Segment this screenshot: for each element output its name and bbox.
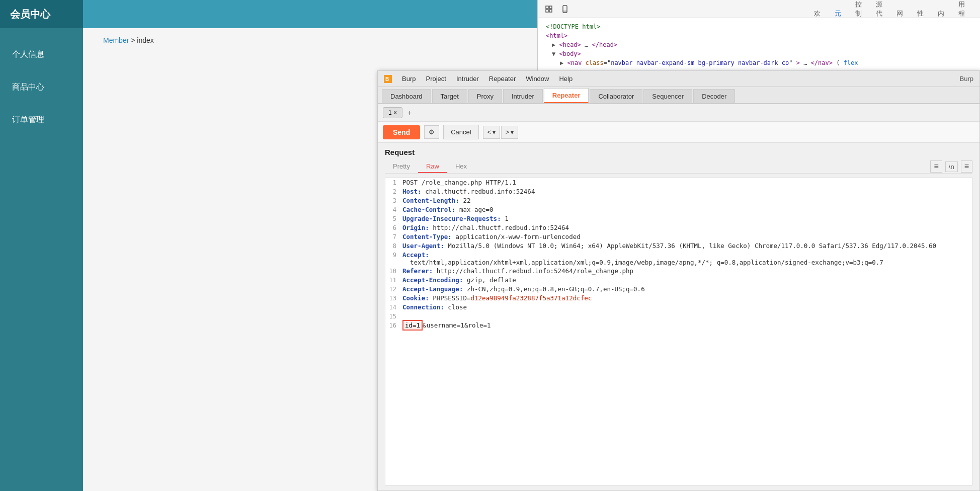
- burp-menu-intruder[interactable]: Intruder: [451, 73, 484, 85]
- svg-rect-12: [546, 10, 548, 12]
- html-body[interactable]: ▼ <body>: [544, 49, 974, 58]
- burp-menu-help[interactable]: Help: [554, 73, 578, 85]
- svg-rect-13: [549, 10, 552, 12]
- sidebar-item-products[interactable]: 商品中心: [0, 71, 83, 104]
- request-line-12: 12 Accept-Language: zh-CN,zh;q=0.9,en;q=…: [385, 285, 972, 294]
- burp-menu-window[interactable]: Window: [521, 73, 554, 85]
- request-line-16: 16 id=1&username=1&role=1: [385, 321, 972, 330]
- nav-back-button[interactable]: < ▾: [483, 126, 500, 139]
- breadcrumb-separator: >: [131, 36, 137, 44]
- burp-titlebar: B Burp Project Intruder Repeater Window …: [378, 71, 979, 87]
- request-line-3: 3 Content-Length: 22: [385, 196, 972, 205]
- mini-tabs: 1 × +: [383, 107, 416, 118]
- burp-logo: B: [384, 75, 392, 83]
- sidebar-title: 会员中心: [0, 0, 83, 28]
- request-title: Request: [385, 148, 972, 156]
- request-line-13: 13 Cookie: PHPSESSID=d12ea98949fa232887f…: [385, 294, 972, 303]
- nav-buttons: < ▾ > ▾: [483, 126, 519, 139]
- add-tab-button[interactable]: +: [403, 107, 416, 118]
- sidebar: 会员中心 个人信息 商品中心 订单管理: [0, 0, 83, 491]
- burp-tab-intruder[interactable]: Intruder: [503, 89, 543, 103]
- send-button[interactable]: Send: [383, 125, 420, 139]
- request-line-11: 11 Accept-Encoding: gzip, deflate: [385, 276, 972, 285]
- devtools-inspect-icon[interactable]: [542, 2, 556, 16]
- request-actions: ≡ \n ≡: [930, 160, 972, 173]
- format-pretty[interactable]: Pretty: [385, 160, 418, 173]
- burp-tabs: Dashboard Target Proxy Intruder Repeater…: [378, 87, 979, 104]
- burp-tab-target[interactable]: Target: [432, 89, 467, 103]
- breadcrumb-parent[interactable]: Member: [103, 36, 129, 44]
- svg-rect-14: [563, 6, 567, 13]
- repeater-toolbar: 1 × +: [378, 104, 979, 122]
- sidebar-nav: 个人信息 商品中心 订单管理: [0, 28, 83, 136]
- burp-menu-burp[interactable]: Burp: [397, 73, 421, 85]
- nav-forward-button[interactable]: > ▾: [501, 126, 518, 139]
- request-line-14: 14 Connection: close: [385, 303, 972, 312]
- burp-menubar: Burp Project Intruder Repeater Window He…: [397, 72, 955, 86]
- svg-text:B: B: [385, 76, 389, 82]
- devtools-toolbar: 欢迎 元素 控制台 源代码 网络 性能 内存 应用程序: [538, 0, 980, 18]
- burp-menu-project[interactable]: Project: [421, 73, 451, 85]
- send-toolbar: Send ⚙ Cancel < ▾ > ▾: [378, 122, 979, 143]
- burp-menu-repeater[interactable]: Repeater: [484, 73, 521, 85]
- mini-tab-1[interactable]: 1 ×: [383, 107, 402, 118]
- breadcrumb-current: index: [137, 36, 153, 44]
- html-head[interactable]: ▶ <head> … </head>: [544, 40, 974, 49]
- request-line-5: 5 Upgrade-Insecure-Requests: 1: [385, 214, 972, 223]
- word-wrap-icon[interactable]: ≡: [930, 160, 942, 173]
- settings-button[interactable]: ⚙: [424, 125, 439, 139]
- request-line-6: 6 Origin: http://chal.thuctf.redbud.info…: [385, 223, 972, 232]
- format-tabs: Pretty Raw Hex ≡ \n ≡: [385, 160, 972, 174]
- burp-tab-collaborator[interactable]: Collaborator: [590, 89, 642, 103]
- cancel-button[interactable]: Cancel: [443, 125, 478, 139]
- request-line-10: 10 Referer: http://chal.thuctf.redbud.in…: [385, 267, 972, 276]
- html-doctype: <!DOCTYPE html>: [544, 22, 974, 31]
- svg-rect-11: [549, 6, 552, 9]
- format-raw[interactable]: Raw: [418, 160, 447, 173]
- svg-rect-10: [546, 6, 548, 9]
- burp-title-right: Burp: [960, 75, 973, 83]
- sidebar-item-personal[interactable]: 个人信息: [0, 38, 83, 71]
- request-line-15: 15: [385, 312, 972, 321]
- devtools-mobile-icon[interactable]: [558, 2, 572, 16]
- burp-tab-dashboard[interactable]: Dashboard: [382, 89, 431, 103]
- request-line-2: 2 Host: chal.thuctf.redbud.info:52464: [385, 187, 972, 196]
- burp-tab-decoder[interactable]: Decoder: [693, 89, 735, 103]
- request-line-1: 1 POST /role_change.php HTTP/1.1: [385, 178, 972, 187]
- request-body[interactable]: 1 POST /role_change.php HTTP/1.1 2 Host:…: [385, 178, 972, 485]
- burp-tab-repeater[interactable]: Repeater: [544, 88, 589, 103]
- html-nav[interactable]: ▶ <nav class="navbar navbar-expand-sm bg…: [544, 58, 974, 67]
- request-line-4: 4 Cache-Control: max-age=0: [385, 205, 972, 214]
- more-options-icon[interactable]: ≡: [961, 160, 972, 173]
- format-hex[interactable]: Hex: [447, 160, 475, 173]
- request-line-8: 8 User-Agent: Mozilla/5.0 (Windows NT 10…: [385, 241, 972, 251]
- request-line-9: 9 Accept: text/html,application/xhtml+xm…: [385, 251, 972, 267]
- newline-icon[interactable]: \n: [945, 161, 958, 172]
- burp-tab-proxy[interactable]: Proxy: [468, 89, 502, 103]
- burp-window: B Burp Project Intruder Repeater Window …: [377, 70, 980, 491]
- sidebar-item-orders[interactable]: 订单管理: [0, 104, 83, 136]
- request-line-7: 7 Content-Type: application/x-www-form-u…: [385, 232, 972, 241]
- html-tag: <html>: [544, 31, 974, 40]
- burp-tab-sequencer[interactable]: Sequencer: [643, 89, 692, 103]
- request-section: Request Pretty Raw Hex ≡ \n ≡ 1 POST /ro…: [378, 143, 979, 490]
